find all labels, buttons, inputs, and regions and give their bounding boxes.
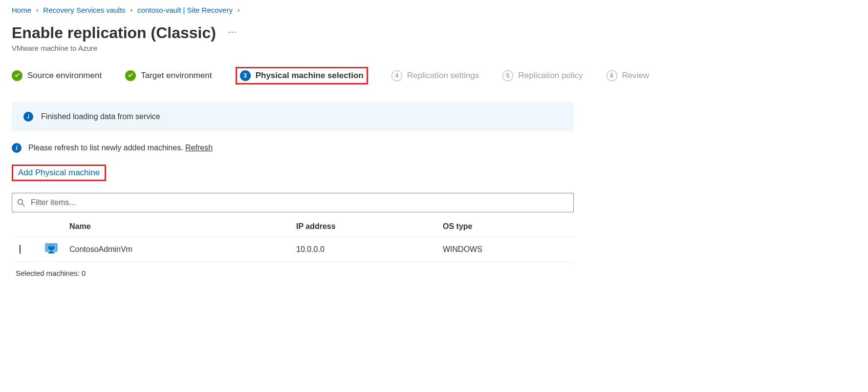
svg-rect-5 [50,251,53,252]
step-review[interactable]: 6 Review [607,70,650,81]
svg-line-1 [22,204,25,206]
breadcrumb-home[interactable]: Home [12,6,31,14]
add-physical-machine-link[interactable]: Add Physical machine [18,168,100,177]
chevron-right-icon: › [238,6,239,14]
table-row[interactable]: ContosoAdminVm 10.0.0.0 WINDOWS [12,237,574,262]
more-actions-button[interactable]: ⋯ [228,26,238,40]
check-icon [125,70,136,81]
step-number-icon: 4 [391,70,402,81]
check-icon [12,70,22,81]
step-number-icon: 6 [607,70,617,81]
cell-name: ContosoAdminVm [65,245,296,254]
breadcrumb-vaults[interactable]: Recovery Services vaults [43,6,125,14]
col-name: Name [65,222,296,231]
step-label: Replication settings [407,71,479,81]
step-replication-policy[interactable]: 5 Replication policy [502,70,583,81]
breadcrumb-vault[interactable]: contoso-vault | Site Recovery [137,6,233,14]
step-label: Replication policy [518,71,583,81]
info-icon: i [23,112,33,122]
table-header: Name IP address OS type [12,216,574,237]
chevron-right-icon: › [36,6,38,14]
add-physical-machine-wrap: Add Physical machine [12,165,106,181]
refresh-hint: i Please refresh to list newly added mac… [12,143,856,153]
vm-icon [45,243,65,256]
search-icon [17,199,25,206]
step-replication-settings[interactable]: 4 Replication settings [391,70,479,81]
filter-box[interactable] [12,193,574,212]
refresh-link[interactable]: Refresh [185,144,213,152]
wizard-steps: Source environment Target environment 3 … [12,67,856,84]
step-source-environment[interactable]: Source environment [12,70,102,81]
breadcrumb: Home › Recovery Services vaults › contos… [12,6,856,14]
info-banner: i Finished loading data from service [12,102,574,131]
machines-table: Name IP address OS type ContosoAdminVm 1… [12,216,574,262]
step-number-icon: 5 [502,70,513,81]
step-label: Target environment [141,71,212,81]
hint-text: Please refresh to list newly added machi… [28,144,185,152]
svg-point-0 [18,200,23,205]
step-number-icon: 3 [240,70,251,81]
page-header: Enable replication (Classic) ⋯ VMware ma… [12,24,856,52]
cell-ip: 10.0.0.0 [296,245,443,254]
step-label: Review [622,71,650,81]
step-physical-machine-selection[interactable]: 3 Physical machine selection [236,67,368,84]
page-subtitle: VMware machine to Azure [12,44,856,52]
svg-rect-6 [48,252,55,253]
info-icon: i [12,143,22,153]
selected-count: Selected machines: 0 [12,262,856,284]
page-title: Enable replication (Classic) [12,24,216,42]
step-target-environment[interactable]: Target environment [125,70,212,81]
row-checkbox[interactable] [20,245,21,254]
col-ip: IP address [296,222,443,231]
filter-input[interactable] [29,196,568,209]
col-os: OS type [443,222,570,231]
step-label: Physical machine selection [256,71,364,81]
banner-text: Finished loading data from service [41,112,160,121]
chevron-right-icon: › [130,6,132,14]
cell-os: WINDOWS [443,245,570,254]
step-label: Source environment [27,71,102,81]
